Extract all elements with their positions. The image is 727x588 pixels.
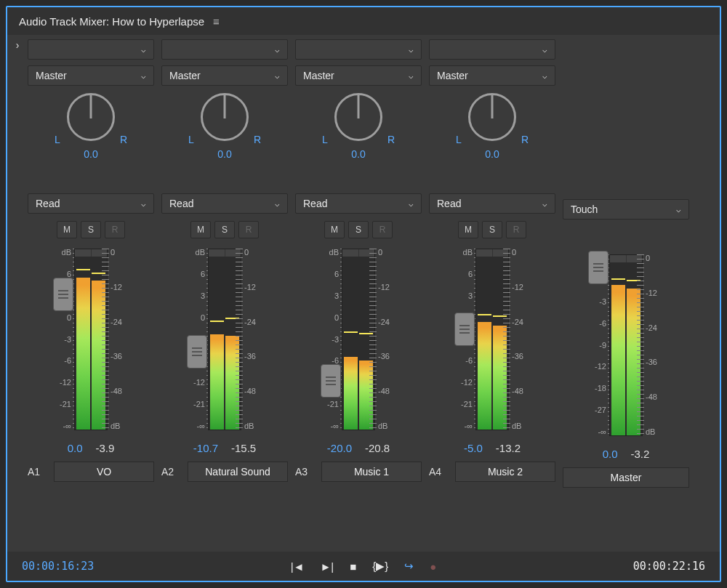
volume-fader[interactable] — [53, 278, 73, 311]
track-name-field[interactable]: Music 2 — [455, 462, 555, 482]
solo-button[interactable]: S — [214, 221, 235, 238]
track-strip: ⌵Master⌵LR0.0Read⌵MSRdB630-3-6-12-21-∞0-… — [161, 39, 288, 547]
timecode-total: 00:00:22:16 — [633, 560, 705, 573]
effects-sidebar-toggle[interactable]: › — [7, 35, 28, 552]
chevron-down-icon: ⌵ — [542, 45, 547, 55]
play-in-to-out-button[interactable]: {▶} — [372, 560, 388, 573]
track-strips-container: ⌵Master⌵LR0.0Read⌵MSRdB630-3-6-12-21-∞0-… — [28, 35, 720, 552]
audio-track-mixer-panel: Audio Track Mixer: How to Hyperlapse ≡ ›… — [6, 6, 721, 582]
send-assignment-dropdown[interactable]: ⌵ — [295, 39, 422, 60]
peak-readout[interactable]: -3.9 — [96, 442, 115, 454]
pan-knob[interactable] — [468, 93, 516, 141]
loop-button[interactable]: ↪ — [404, 560, 414, 573]
record-enable-button[interactable]: R — [506, 221, 526, 238]
volume-fader[interactable] — [321, 364, 341, 398]
pan-knob[interactable] — [67, 93, 115, 141]
pan-left-label: L — [55, 134, 60, 145]
record-enable-button[interactable]: R — [372, 221, 393, 238]
automation-mode-dropdown[interactable]: Touch⌵ — [563, 199, 689, 220]
panel-title: Audio Track Mixer: How to Hyperlapse — [19, 15, 204, 28]
pan-value[interactable]: 0.0 — [485, 148, 499, 160]
output-assignment-dropdown[interactable]: Master⌵ — [429, 65, 555, 86]
volume-fader[interactable] — [454, 313, 475, 346]
transport-controls: |◄ ►| ■ {▶} ↪ ● — [291, 560, 437, 573]
mute-button[interactable]: M — [57, 221, 77, 238]
mute-button[interactable]: M — [324, 221, 345, 238]
pan-left-label: L — [188, 134, 194, 145]
mixer-body: › ⌵Master⌵LR0.0Read⌵MSRdB630-3-6-12-21-∞… — [7, 35, 720, 552]
chevron-down-icon: ⌵ — [275, 71, 280, 81]
output-assignment-dropdown[interactable]: Master⌵ — [161, 65, 288, 86]
solo-button[interactable]: S — [81, 221, 101, 238]
track-name-field[interactable]: Music 1 — [321, 462, 422, 482]
output-assignment-dropdown[interactable]: Master⌵ — [295, 65, 422, 86]
chevron-down-icon: ⌵ — [275, 45, 280, 55]
peak-readout[interactable]: -20.8 — [365, 442, 390, 454]
automation-mode-dropdown[interactable]: Read⌵ — [161, 193, 288, 214]
volume-fader[interactable] — [588, 251, 608, 284]
pan-right-label: R — [120, 134, 127, 145]
automation-mode-dropdown[interactable]: Read⌵ — [28, 193, 154, 214]
pan-left-label: L — [456, 134, 462, 145]
track-id-label: A1 — [28, 466, 48, 478]
mute-button[interactable]: M — [190, 221, 211, 238]
panel-titlebar: Audio Track Mixer: How to Hyperlapse ≡ — [7, 7, 720, 35]
chevron-down-icon: ⌵ — [141, 45, 146, 55]
pan-right-label: R — [521, 134, 529, 145]
volume-readout[interactable]: -20.0 — [327, 442, 352, 454]
timecode-current[interactable]: 00:00:16:23 — [22, 560, 94, 573]
chevron-down-icon: ⌵ — [141, 71, 146, 81]
chevron-down-icon: ⌵ — [542, 71, 547, 81]
output-assignment-dropdown[interactable]: Master⌵ — [28, 65, 154, 86]
pan-knob[interactable] — [201, 93, 249, 141]
chevron-down-icon: ⌵ — [542, 199, 547, 209]
record-button[interactable]: ● — [430, 560, 436, 573]
pan-value[interactable]: 0.0 — [84, 148, 97, 160]
solo-button[interactable]: S — [348, 221, 369, 238]
go-to-in-button[interactable]: |◄ — [291, 560, 305, 573]
track-name-field[interactable]: Natural Sound — [188, 462, 288, 482]
pan-right-label: R — [387, 134, 395, 145]
chevron-down-icon: ⌵ — [141, 199, 146, 209]
go-to-out-button[interactable]: ►| — [320, 560, 334, 573]
track-id-label: A3 — [295, 466, 316, 478]
volume-readout[interactable]: 0.0 — [603, 448, 618, 460]
mute-button[interactable]: M — [458, 221, 478, 238]
pan-value[interactable]: 0.0 — [217, 148, 231, 160]
track-id-label: A2 — [161, 466, 182, 478]
pan-value[interactable]: 0.0 — [351, 148, 365, 160]
track-strip: ⌵Master⌵LR0.0Read⌵MSRdB630-3-6-12-21-∞0-… — [295, 39, 422, 547]
send-assignment-dropdown[interactable]: ⌵ — [429, 39, 555, 60]
chevron-down-icon: ⌵ — [409, 71, 414, 81]
chevron-down-icon: ⌵ — [409, 199, 414, 209]
track-name-field[interactable]: VO — [54, 462, 154, 482]
peak-readout[interactable]: -15.5 — [231, 442, 256, 454]
send-assignment-dropdown[interactable]: ⌵ — [161, 39, 288, 60]
track-id-label: A4 — [429, 466, 449, 478]
peak-readout[interactable]: -13.2 — [496, 442, 521, 454]
record-enable-button[interactable]: R — [105, 221, 125, 238]
track-name-field[interactable]: Master — [563, 467, 689, 488]
volume-fader[interactable] — [187, 335, 207, 368]
automation-mode-dropdown[interactable]: Read⌵ — [429, 193, 555, 214]
stop-button[interactable]: ■ — [350, 560, 356, 573]
volume-readout[interactable]: 0.0 — [68, 442, 83, 454]
panel-menu-icon[interactable]: ≡ — [213, 15, 220, 28]
transport-footer: 00:00:16:23 |◄ ►| ■ {▶} ↪ ● 00:00:22:16 — [7, 552, 720, 581]
pan-left-label: L — [322, 134, 328, 145]
track-strip: ⌵Master⌵LR0.0Read⌵MSRdB630-3-6-12-21-∞0-… — [429, 39, 555, 547]
send-assignment-dropdown[interactable]: ⌵ — [28, 39, 154, 60]
solo-button[interactable]: S — [482, 221, 502, 238]
pan-knob[interactable] — [334, 93, 382, 141]
record-enable-button[interactable]: R — [238, 221, 259, 238]
chevron-down-icon: ⌵ — [275, 199, 280, 209]
volume-readout[interactable]: -10.7 — [193, 442, 218, 454]
chevron-down-icon: ⌵ — [409, 45, 414, 55]
master-strip: ⌵Touch⌵dB0-3-6-9-12-18-27-∞0-12-24-36-48… — [563, 39, 689, 547]
track-strip: ⌵Master⌵LR0.0Read⌵MSRdB630-3-6-12-21-∞0-… — [28, 39, 154, 547]
pan-right-label: R — [254, 134, 261, 145]
volume-readout[interactable]: -5.0 — [464, 442, 483, 454]
chevron-down-icon: ⌵ — [676, 205, 681, 214]
peak-readout[interactable]: -3.2 — [631, 448, 650, 460]
automation-mode-dropdown[interactable]: Read⌵ — [295, 193, 422, 214]
